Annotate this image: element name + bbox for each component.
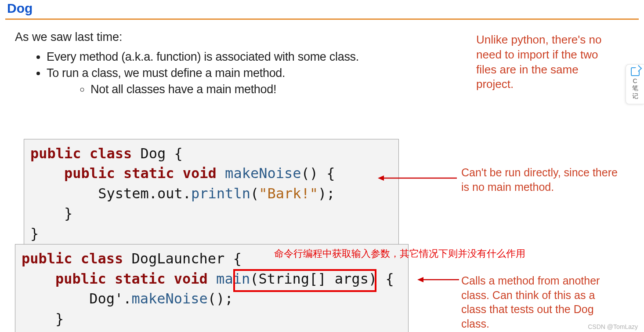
keyword-public: public <box>22 250 72 267</box>
code-container: public class Dog { public static void ma… <box>24 139 409 332</box>
title-underline <box>5 18 639 20</box>
method-name: makeNoise <box>217 165 301 182</box>
keyword-class: class <box>90 145 132 162</box>
code-text: } <box>22 310 64 327</box>
code-text: } <box>30 225 39 242</box>
keyword-class: class <box>81 250 123 267</box>
method-name: println <box>191 185 250 202</box>
annotation-chinese: 命令行编程中获取输入参数，其它情况下则并没有什么作用 <box>274 247 525 260</box>
keyword-void: void <box>174 270 208 287</box>
annotation-calls-method: Calls a method from another class. Can t… <box>461 274 619 331</box>
code-indent <box>30 165 64 182</box>
annotation-no-main: Can't be run directly, since there is no… <box>461 165 619 194</box>
notes-tab[interactable]: C 笔 记 <box>626 64 644 104</box>
keyword-void: void <box>183 165 217 182</box>
side-note: Unlike python, there's no need to import… <box>476 33 608 92</box>
keyword-static: static <box>115 270 166 287</box>
slide-title: Dog <box>0 0 644 18</box>
watermark: CSDN @TomLazy <box>588 323 638 330</box>
code-indent <box>30 185 98 202</box>
method-name: makeNoise <box>131 290 207 307</box>
code-text: (); <box>208 290 233 307</box>
highlight-box <box>233 269 376 292</box>
arrow-icon <box>378 175 457 181</box>
code-text: ); <box>318 185 335 202</box>
bullet-text: To run a class, we must define a main me… <box>47 66 285 80</box>
string-literal: "Bark!" <box>259 185 318 202</box>
code-box-dog: public class Dog { public static void ma… <box>24 139 399 246</box>
tab-label: 记 <box>626 92 644 100</box>
code-text: System.out. <box>98 185 191 202</box>
code-indent <box>22 290 89 307</box>
code-text: } <box>30 205 72 222</box>
keyword-public: public <box>30 145 81 162</box>
code-text: ( <box>250 185 259 202</box>
code-text: Dog'. <box>89 290 131 307</box>
code-text: DogLauncher { <box>123 250 242 267</box>
code-text: () { <box>301 165 335 182</box>
code-indent <box>22 270 55 287</box>
code-text: Dog { <box>132 145 183 162</box>
keyword-public: public <box>55 270 106 287</box>
notes-icon <box>631 67 640 76</box>
keyword-static: static <box>123 165 174 182</box>
svg-marker-1 <box>378 175 384 181</box>
tab-label: 笔 <box>626 84 644 92</box>
keyword-public: public <box>64 165 115 182</box>
arrow-icon <box>417 277 459 283</box>
tab-label: C <box>626 77 644 84</box>
svg-marker-3 <box>417 277 423 282</box>
